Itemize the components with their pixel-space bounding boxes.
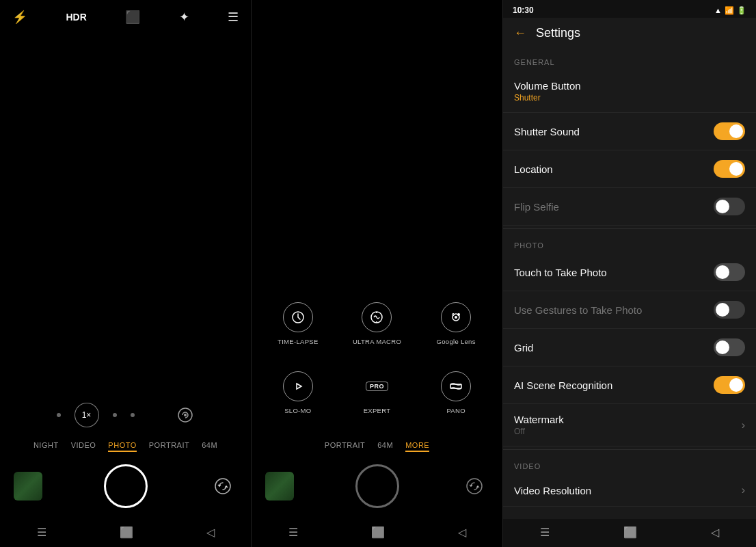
mode-photo[interactable]: PHOTO	[108, 440, 136, 452]
shutter-row	[0, 457, 251, 519]
nav2-home[interactable]: ⬜	[371, 526, 385, 539]
effects-icon[interactable]: ✦	[179, 10, 189, 25]
settings-item-touch-photo: Touch to Take Photo	[503, 254, 756, 291]
zoom-dot-right	[131, 413, 135, 417]
camera-more-panel: TIME-LAPSE ULTRA MACRO	[252, 0, 503, 547]
navigation-bar-2: ☰ ⬜ ◁	[252, 519, 502, 547]
location-toggle[interactable]	[714, 160, 745, 178]
ai-scene-label: AI Scene Recognition	[514, 379, 714, 391]
zoom-dot-left	[57, 413, 61, 417]
video-resolution-chevron: ›	[742, 484, 745, 496]
googlelens-icon	[441, 302, 471, 332]
flash-icon[interactable]: ⚡	[12, 10, 27, 25]
mode-night[interactable]: NIGHT	[33, 440, 59, 452]
settings-item-left-location: Location	[514, 163, 714, 175]
zoom-button[interactable]: 1×	[75, 403, 99, 427]
flip-camera-button-2[interactable]	[460, 472, 489, 501]
settings-title: Settings	[536, 26, 580, 40]
nav2-menu[interactable]: ☰	[288, 526, 298, 539]
slomo-icon	[283, 371, 313, 401]
nav3-menu[interactable]: ☰	[540, 526, 550, 539]
svg-point-8	[455, 316, 457, 319]
mode-portrait[interactable]: PORTRAIT	[149, 440, 189, 452]
location-label: Location	[514, 163, 714, 175]
section-header-video: VIDEO	[503, 453, 756, 475]
use-gestures-toggle[interactable]	[714, 301, 745, 319]
settings-item-watermark[interactable]: Watermark Off ›	[503, 404, 756, 446]
more-modes-bottom: TIME-LAPSE ULTRA MACRO	[252, 276, 502, 547]
nav2-back[interactable]: ◁	[458, 526, 466, 539]
gallery-thumbnail-2[interactable]	[265, 472, 294, 501]
ai-scene-toggle[interactable]	[714, 376, 745, 394]
mode-item-googlelens[interactable]: Google Lens	[416, 290, 496, 358]
flip-selfie-label: Flip Selfie	[514, 201, 714, 213]
watermark-label: Watermark	[514, 414, 742, 425]
zoom-dot-mid	[113, 413, 117, 417]
mode-item-slomo[interactable]: SLO-MO	[258, 359, 338, 427]
toggle-knob	[716, 303, 729, 317]
settings-item-use-gestures: Use Gestures to Take Photo	[503, 291, 756, 329]
mode-video[interactable]: VIDEO	[71, 440, 96, 452]
nav-home[interactable]: ⬜	[120, 526, 133, 539]
nav3-home[interactable]: ⬜	[623, 526, 637, 539]
shutter-button-2[interactable]	[355, 464, 399, 508]
mode-item-timelapse[interactable]: TIME-LAPSE	[258, 290, 338, 358]
svg-point-2	[215, 479, 230, 494]
mode-64m[interactable]: 64M	[202, 440, 217, 452]
modes-grid: TIME-LAPSE ULTRA MACRO	[252, 276, 502, 434]
gallery-thumbnail[interactable]	[14, 472, 42, 501]
nav-back[interactable]: ◁	[206, 526, 215, 539]
settings-item-left-flip: Flip Selfie	[514, 201, 714, 213]
camera-main-panel: ⚡ HDR ⬛ ✦ ☰ 1× NIGHT VIDEO PHOTO	[0, 0, 252, 547]
flip-selfie-toggle[interactable]	[714, 198, 745, 215]
svg-point-1	[184, 414, 187, 416]
shutter-sound-toggle[interactable]	[714, 122, 745, 140]
settings-item-video-resolution[interactable]: Video Resolution ›	[503, 475, 756, 507]
grid-label: Grid	[514, 342, 714, 353]
settings-item-left-ai: AI Scene Recognition	[514, 379, 714, 391]
toggle-knob	[716, 200, 729, 213]
nav3-back[interactable]: ◁	[711, 526, 719, 539]
flip-camera-button[interactable]	[208, 472, 237, 501]
mode2-portrait[interactable]: PORTRAIT	[325, 440, 365, 452]
mode2-64m[interactable]: 64M	[377, 440, 393, 452]
touch-photo-label: Touch to Take Photo	[514, 267, 714, 278]
settings-panel: 10:30 ▲ 📶 🔋 ← Settings GENERAL Volume Bu…	[503, 0, 756, 547]
mode-item-expert[interactable]: PRO EXPERT	[338, 359, 417, 427]
toggle-knob	[716, 265, 729, 279]
toggle-knob	[729, 124, 743, 138]
navigation-bar-settings: ☰ ⬜ ◁	[503, 519, 756, 547]
hdr-label[interactable]: HDR	[66, 12, 86, 23]
settings-item-left-touch: Touch to Take Photo	[514, 267, 714, 278]
wifi-icon: 📶	[725, 6, 734, 15]
mode2-more[interactable]: MORE	[405, 440, 429, 452]
status-icons: ▲ 📶 🔋	[714, 6, 746, 15]
menu-icon[interactable]: ☰	[228, 10, 239, 25]
status-bar: 10:30 ▲ 📶 🔋	[503, 0, 756, 18]
volume-button-label: Volume Button	[514, 80, 745, 92]
expert-icon: PRO	[362, 371, 392, 401]
settings-item-left-gestures: Use Gestures to Take Photo	[514, 304, 714, 316]
grid-toggle[interactable]	[714, 338, 745, 356]
svg-point-13	[467, 479, 482, 494]
nav-menu[interactable]: ☰	[37, 526, 46, 539]
pano-icon	[441, 371, 471, 401]
touch-photo-toggle[interactable]	[714, 263, 745, 281]
watermark-chevron: ›	[742, 419, 745, 431]
mode-item-pano[interactable]: PANO	[416, 359, 496, 427]
svg-marker-11	[297, 384, 301, 389]
shutter-button[interactable]	[104, 464, 148, 508]
volume-button-sublabel: Shutter	[514, 93, 745, 103]
gallery-icon[interactable]: ⬛	[125, 10, 140, 25]
toggle-knob	[716, 341, 729, 354]
video-resolution-label: Video Resolution	[514, 485, 742, 496]
zoom-row: 1×	[0, 396, 251, 434]
settings-item-volume-button[interactable]: Volume Button Shutter	[503, 70, 756, 113]
shutter-sound-label: Shutter Sound	[514, 126, 714, 137]
settings-item-left-grid: Grid	[514, 342, 714, 353]
back-button[interactable]: ←	[514, 26, 526, 40]
ultramacro-label: ULTRA MACRO	[353, 338, 401, 346]
ai-button[interactable]	[176, 405, 195, 425]
mode-item-ultramacro[interactable]: ULTRA MACRO	[338, 290, 417, 358]
shutter-row-2	[252, 457, 502, 519]
